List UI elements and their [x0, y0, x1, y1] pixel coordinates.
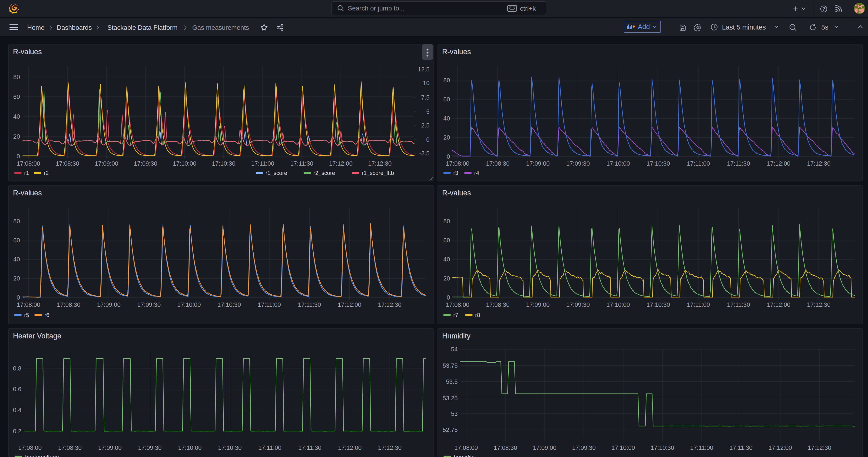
svg-text:17:09:30: 17:09:30	[566, 301, 590, 308]
svg-text:17:09:00: 17:09:00	[95, 160, 118, 167]
svg-text:17:12:30: 17:12:30	[378, 301, 401, 308]
svg-text:40: 40	[13, 256, 20, 263]
svg-text:40: 40	[13, 113, 20, 120]
svg-text:17:09:30: 17:09:30	[137, 301, 161, 308]
svg-text:17:11:30: 17:11:30	[727, 160, 750, 167]
svg-text:17:09:30: 17:09:30	[134, 160, 157, 167]
svg-text:17:11:30: 17:11:30	[730, 444, 752, 451]
svg-text:17:11:00: 17:11:00	[690, 444, 713, 451]
svg-text:10: 10	[423, 80, 430, 87]
svg-text:0: 0	[426, 136, 430, 143]
svg-text:0.6: 0.6	[13, 386, 21, 393]
svg-text:40: 40	[443, 115, 450, 122]
svg-text:17:11:00: 17:11:00	[258, 301, 281, 308]
svg-text:17:10:00: 17:10:00	[173, 160, 196, 167]
svg-text:53: 53	[451, 410, 458, 417]
svg-text:0: 0	[447, 153, 450, 160]
svg-text:17:10:30: 17:10:30	[212, 160, 235, 167]
svg-text:17:08:00: 17:08:00	[455, 444, 478, 451]
svg-text:17:09:00: 17:09:00	[533, 444, 556, 451]
svg-text:40: 40	[443, 256, 450, 263]
svg-text:17:11:30: 17:11:30	[298, 301, 321, 308]
svg-text:0.4: 0.4	[13, 406, 21, 414]
svg-text:17:12:00: 17:12:00	[767, 160, 790, 167]
svg-text:17:08:30: 17:08:30	[57, 301, 81, 308]
svg-text:17:09:00: 17:09:00	[98, 444, 122, 451]
svg-text:17:12:00: 17:12:00	[767, 301, 790, 308]
svg-text:20: 20	[443, 275, 450, 282]
svg-text:80: 80	[443, 77, 450, 84]
svg-text:-2.5: -2.5	[419, 150, 430, 157]
svg-text:17:09:30: 17:09:30	[566, 160, 590, 167]
svg-text:17:12:00: 17:12:00	[769, 444, 792, 451]
svg-text:17:08:00: 17:08:00	[17, 301, 40, 308]
svg-text:17:08:30: 17:08:30	[58, 444, 82, 451]
svg-text:17:08:30: 17:08:30	[56, 160, 79, 167]
svg-text:17:11:00: 17:11:00	[687, 160, 710, 167]
svg-text:2.5: 2.5	[421, 122, 430, 129]
svg-text:17:10:00: 17:10:00	[611, 444, 635, 451]
svg-text:0.2: 0.2	[13, 428, 21, 435]
svg-text:17:11:30: 17:11:30	[298, 444, 321, 451]
svg-text:20: 20	[13, 133, 20, 140]
svg-text:17:12:30: 17:12:30	[808, 444, 831, 451]
svg-text:17:10:30: 17:10:30	[647, 160, 670, 167]
svg-text:53.75: 53.75	[443, 362, 458, 369]
svg-text:17:08:00: 17:08:00	[446, 160, 469, 167]
svg-text:0: 0	[17, 294, 20, 301]
svg-text:17:08:30: 17:08:30	[486, 301, 509, 308]
svg-text:80: 80	[13, 73, 20, 81]
svg-text:17:10:30: 17:10:30	[217, 301, 241, 308]
svg-text:20: 20	[13, 275, 20, 282]
svg-text:80: 80	[13, 218, 20, 225]
svg-text:20: 20	[443, 134, 450, 141]
svg-text:17:10:30: 17:10:30	[218, 444, 242, 451]
svg-text:60: 60	[13, 93, 20, 100]
svg-text:17:11:30: 17:11:30	[727, 301, 750, 308]
svg-text:17:09:00: 17:09:00	[526, 301, 550, 308]
svg-text:17:12:00: 17:12:00	[338, 301, 361, 308]
svg-text:17:12:30: 17:12:30	[378, 444, 401, 451]
svg-text:54: 54	[451, 346, 458, 353]
svg-text:0: 0	[447, 294, 450, 301]
svg-text:17:12:30: 17:12:30	[368, 160, 392, 167]
svg-text:17:09:00: 17:09:00	[526, 160, 550, 167]
svg-text:53.5: 53.5	[446, 378, 458, 385]
svg-text:17:12:30: 17:12:30	[807, 301, 830, 308]
svg-text:17:08:30: 17:08:30	[494, 444, 517, 451]
svg-text:17:10:00: 17:10:00	[606, 301, 630, 308]
svg-text:17:11:00: 17:11:00	[251, 160, 274, 167]
svg-text:17:10:00: 17:10:00	[178, 444, 202, 451]
svg-text:17:09:30: 17:09:30	[138, 444, 161, 451]
svg-text:17:12:00: 17:12:00	[329, 160, 352, 167]
svg-text:17:09:30: 17:09:30	[572, 444, 595, 451]
svg-text:17:11:00: 17:11:00	[687, 301, 710, 308]
svg-text:52.75: 52.75	[443, 426, 458, 433]
svg-text:17:11:30: 17:11:30	[290, 160, 313, 167]
svg-text:17:12:00: 17:12:00	[338, 444, 362, 451]
svg-text:0.8: 0.8	[13, 365, 21, 372]
svg-text:17:11:00: 17:11:00	[258, 444, 281, 451]
svg-text:17:12:30: 17:12:30	[807, 160, 830, 167]
svg-text:5: 5	[426, 108, 430, 115]
svg-text:17:08:00: 17:08:00	[446, 301, 469, 308]
svg-text:17:10:30: 17:10:30	[651, 444, 674, 451]
svg-text:17:09:00: 17:09:00	[97, 301, 120, 308]
svg-text:17:10:00: 17:10:00	[177, 301, 201, 308]
svg-text:17:08:30: 17:08:30	[486, 160, 509, 167]
svg-text:80: 80	[443, 218, 450, 225]
svg-text:17:08:00: 17:08:00	[18, 444, 41, 451]
svg-text:60: 60	[13, 237, 20, 244]
svg-text:60: 60	[443, 237, 450, 244]
svg-text:17:10:00: 17:10:00	[606, 160, 630, 167]
svg-text:7.5: 7.5	[421, 94, 430, 101]
svg-text:60: 60	[443, 96, 450, 103]
svg-text:17:10:30: 17:10:30	[647, 301, 670, 308]
svg-text:53.25: 53.25	[443, 395, 458, 402]
svg-text:0: 0	[17, 153, 20, 160]
svg-text:17:08:00: 17:08:00	[17, 160, 40, 167]
svg-text:12.5: 12.5	[418, 66, 430, 73]
